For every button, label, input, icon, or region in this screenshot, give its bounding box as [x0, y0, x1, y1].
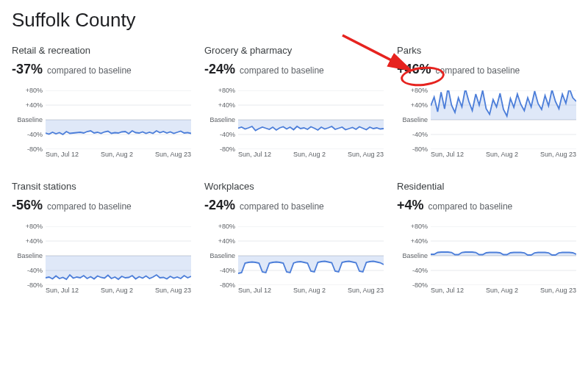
x-axis-labels: Sun, Jul 12Sun, Aug 2Sun, Aug 23 — [431, 151, 576, 158]
card-title: Workplaces — [204, 181, 384, 192]
change-value: -37% — [12, 62, 43, 77]
y-tick-label: +80% — [411, 87, 428, 94]
y-tick-label: -40% — [27, 267, 43, 274]
y-tick-label: +80% — [411, 223, 428, 230]
x-tick-label: Sun, Aug 23 — [348, 287, 384, 294]
x-tick-label: Sun, Jul 12 — [46, 151, 79, 158]
value-row: -37%compared to baseline — [12, 62, 191, 83]
y-tick-label: +80% — [26, 87, 43, 94]
y-tick-label: +40% — [411, 101, 428, 109]
y-tick-label: -40% — [220, 131, 235, 138]
card-title: Grocery & pharmacy — [204, 45, 384, 56]
y-tick-label: +40% — [218, 101, 235, 109]
chart: +80%+40%Baseline-40%-80% Sun, Jul 12Sun,… — [12, 90, 191, 168]
y-tick-label: -40% — [220, 267, 235, 274]
y-tick-label: Baseline — [17, 116, 43, 123]
plot-area — [431, 90, 576, 149]
value-row: -24%compared to baseline — [204, 198, 384, 219]
x-tick-label: Sun, Aug 2 — [486, 151, 518, 158]
x-tick-label: Sun, Jul 12 — [431, 151, 464, 158]
chart: +80%+40%Baseline-40%-80% Sun, Jul 12Sun,… — [397, 226, 576, 304]
value-row: -24%compared to baseline — [204, 62, 384, 83]
x-tick-label: Sun, Jul 12 — [431, 287, 464, 294]
page-title: Suffolk County — [12, 9, 576, 32]
y-tick-label: -80% — [220, 281, 235, 289]
compared-label: compared to baseline — [240, 201, 324, 212]
change-value: -24% — [204, 198, 235, 213]
x-tick-label: Sun, Aug 23 — [540, 151, 576, 158]
chart-card: Retail & recreation-37%compared to basel… — [12, 45, 191, 168]
card-title: Residential — [397, 181, 576, 192]
y-tick-label: +40% — [411, 237, 428, 245]
plot-area — [238, 226, 384, 285]
x-tick-label: Sun, Aug 23 — [348, 151, 384, 158]
compared-label: compared to baseline — [47, 201, 132, 212]
y-tick-label: +40% — [218, 237, 235, 245]
change-value: -56% — [12, 198, 43, 213]
value-row: +4%compared to baseline — [397, 198, 576, 219]
x-tick-label: Sun, Jul 12 — [238, 151, 271, 158]
change-value: +4% — [397, 198, 424, 213]
y-tick-label: -80% — [27, 146, 43, 153]
x-tick-label: Sun, Aug 23 — [155, 287, 191, 294]
chart-card: Parks+46%compared to baseline+80%+40%Bas… — [397, 45, 576, 168]
y-tick-label: -40% — [412, 131, 428, 138]
card-title: Parks — [397, 45, 576, 56]
x-tick-label: Sun, Aug 2 — [293, 287, 326, 294]
charts-grid: Retail & recreation-37%compared to basel… — [12, 45, 576, 304]
chart: +80%+40%Baseline-40%-80% Sun, Jul 12Sun,… — [12, 226, 191, 304]
card-title: Transit stations — [12, 181, 191, 192]
plot-area — [431, 226, 576, 285]
x-axis-labels: Sun, Jul 12Sun, Aug 2Sun, Aug 23 — [238, 151, 384, 158]
x-axis-labels: Sun, Jul 12Sun, Aug 2Sun, Aug 23 — [46, 287, 191, 294]
x-axis-labels: Sun, Jul 12Sun, Aug 2Sun, Aug 23 — [238, 287, 384, 294]
y-tick-label: +40% — [26, 237, 43, 245]
x-tick-label: Sun, Aug 2 — [101, 287, 133, 294]
chart-card: Residential+4%compared to baseline+80%+4… — [397, 181, 576, 304]
x-tick-label: Sun, Jul 12 — [46, 287, 79, 294]
y-tick-label: -80% — [27, 281, 43, 289]
plot-area — [46, 90, 191, 149]
x-tick-label: Sun, Aug 2 — [293, 151, 326, 158]
y-tick-label: Baseline — [402, 116, 428, 123]
x-tick-label: Sun, Aug 2 — [101, 151, 133, 158]
x-tick-label: Sun, Jul 12 — [238, 287, 271, 294]
y-tick-label: -80% — [412, 281, 428, 289]
plot-area — [238, 90, 384, 149]
y-tick-label: Baseline — [209, 252, 235, 259]
y-tick-label: Baseline — [17, 252, 43, 259]
chart: +80%+40%Baseline-40%-80% Sun, Jul 12Sun,… — [204, 90, 384, 168]
card-title: Retail & recreation — [12, 45, 191, 56]
compared-label: compared to baseline — [240, 65, 324, 76]
chart-card: Grocery & pharmacy-24%compared to baseli… — [204, 45, 384, 168]
x-tick-label: Sun, Aug 23 — [540, 287, 576, 294]
y-tick-label: -40% — [412, 267, 428, 274]
compared-label: compared to baseline — [429, 201, 513, 212]
x-tick-label: Sun, Aug 2 — [486, 287, 518, 294]
y-tick-label: Baseline — [402, 252, 428, 259]
chart: +80%+40%Baseline-40%-80% Sun, Jul 12Sun,… — [204, 226, 384, 304]
y-tick-label: +80% — [218, 87, 235, 94]
x-axis-labels: Sun, Jul 12Sun, Aug 2Sun, Aug 23 — [46, 151, 191, 158]
y-tick-label: +80% — [26, 223, 43, 230]
y-tick-label: -40% — [27, 131, 43, 138]
change-value: -24% — [204, 62, 235, 77]
y-tick-label: -80% — [220, 146, 235, 153]
chart-card: Workplaces-24%compared to baseline+80%+4… — [204, 181, 384, 304]
x-tick-label: Sun, Aug 23 — [155, 151, 191, 158]
y-tick-label: +40% — [26, 101, 43, 109]
plot-area — [46, 226, 191, 285]
x-axis-labels: Sun, Jul 12Sun, Aug 2Sun, Aug 23 — [431, 287, 576, 294]
compared-label: compared to baseline — [436, 65, 520, 76]
y-tick-label: Baseline — [209, 116, 235, 123]
chart-card: Transit stations-56%compared to baseline… — [12, 181, 191, 304]
compared-label: compared to baseline — [47, 65, 132, 76]
y-tick-label: -80% — [412, 146, 428, 153]
y-tick-label: +80% — [218, 223, 235, 230]
value-row: -56%compared to baseline — [12, 198, 191, 219]
chart: +80%+40%Baseline-40%-80% Sun, Jul 12Sun,… — [397, 90, 576, 168]
